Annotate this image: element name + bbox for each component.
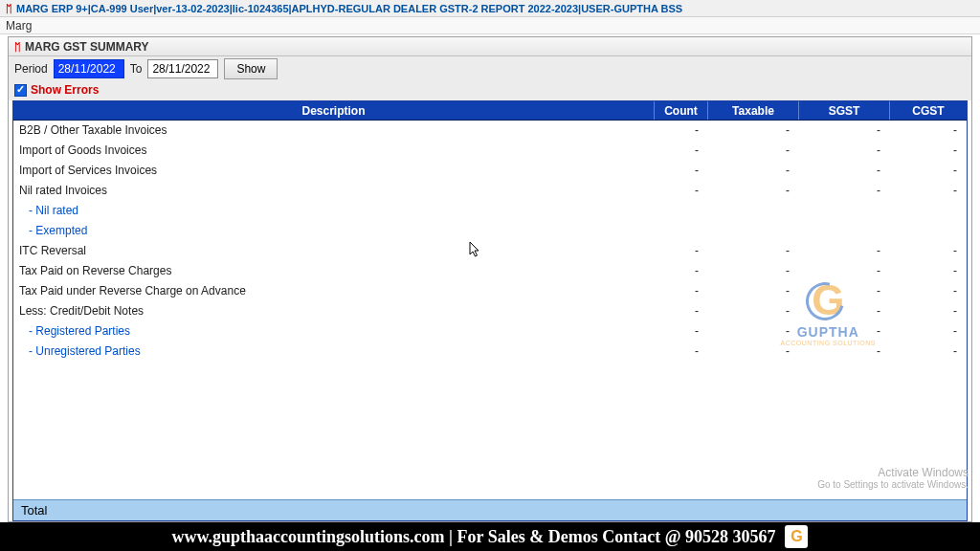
period-label: Period bbox=[14, 62, 48, 76]
menu-bar: Marg bbox=[0, 17, 980, 34]
app-window: ᛖ MARG ERP 9+|CA-999 User|ver-13-02-2023… bbox=[0, 0, 980, 522]
show-errors-checkbox[interactable] bbox=[14, 84, 27, 97]
row-sgst: - bbox=[799, 261, 890, 281]
row-cgst: - bbox=[890, 121, 967, 141]
row-count: - bbox=[655, 241, 708, 261]
sub-logo-icon: ᛖ bbox=[14, 41, 21, 53]
row-cgst: - bbox=[890, 181, 967, 201]
row-taxable: - bbox=[708, 342, 799, 362]
row-description: Tax Paid under Reverse Charge on Advance bbox=[13, 281, 655, 301]
period-to-input[interactable] bbox=[147, 59, 218, 78]
summary-grid: Description Count Taxable SGST CGST B2B … bbox=[12, 100, 968, 521]
show-errors-row: Show Errors bbox=[9, 81, 971, 100]
row-description: Tax Paid on Reverse Charges bbox=[13, 261, 655, 281]
col-header-cgst[interactable]: CGST bbox=[890, 101, 967, 120]
row-description: - Exempted bbox=[13, 221, 655, 241]
table-row[interactable]: Import of Services Invoices---- bbox=[13, 161, 967, 181]
table-row[interactable]: Nil rated Invoices---- bbox=[13, 181, 967, 201]
row-taxable: - bbox=[708, 241, 799, 261]
table-row[interactable]: - Registered Parties---- bbox=[13, 321, 967, 342]
row-cgst: - bbox=[890, 301, 967, 321]
title-bar: ᛖ MARG ERP 9+|CA-999 User|ver-13-02-2023… bbox=[0, 0, 980, 17]
row-taxable bbox=[708, 221, 799, 241]
row-taxable: - bbox=[708, 121, 799, 141]
total-sgst bbox=[799, 508, 890, 514]
row-cgst: - bbox=[890, 281, 967, 301]
row-description: - Registered Parties bbox=[13, 321, 655, 342]
table-row[interactable]: Import of Goods Invoices---- bbox=[13, 141, 967, 161]
row-taxable: - bbox=[708, 301, 799, 321]
total-taxable bbox=[708, 508, 799, 514]
col-header-description[interactable]: Description bbox=[13, 101, 655, 120]
row-description: Nil rated Invoices bbox=[13, 181, 655, 201]
row-count: - bbox=[655, 301, 708, 321]
table-row[interactable]: ITC Reversal---- bbox=[13, 241, 967, 261]
col-header-count[interactable]: Count bbox=[655, 101, 708, 120]
row-count: - bbox=[655, 141, 708, 161]
total-cgst bbox=[890, 508, 967, 514]
period-from-input[interactable] bbox=[54, 59, 124, 78]
row-cgst bbox=[890, 201, 967, 221]
period-controls: Period To Show bbox=[9, 56, 971, 81]
period-to-label: To bbox=[130, 62, 143, 76]
row-cgst: - bbox=[890, 161, 967, 181]
grid-body: B2B / Other Taxable Invoices----Import o… bbox=[13, 121, 967, 499]
row-sgst: - bbox=[799, 241, 890, 261]
row-sgst: - bbox=[799, 301, 890, 321]
row-description: B2B / Other Taxable Invoices bbox=[13, 121, 655, 141]
row-taxable: - bbox=[708, 321, 799, 342]
row-cgst bbox=[890, 221, 967, 241]
sub-title: MARG GST SUMMARY bbox=[25, 40, 149, 54]
table-row[interactable]: - Exempted bbox=[13, 221, 967, 241]
grid-header: Description Count Taxable SGST CGST bbox=[13, 101, 967, 121]
col-header-sgst[interactable]: SGST bbox=[799, 101, 890, 120]
show-errors-label: Show Errors bbox=[31, 83, 99, 97]
row-sgst: - bbox=[799, 141, 890, 161]
app-logo-icon: ᛖ bbox=[6, 3, 12, 14]
table-row[interactable]: Less: Credit/Debit Notes---- bbox=[13, 301, 967, 321]
row-count: - bbox=[655, 121, 708, 141]
row-count: - bbox=[655, 261, 708, 281]
total-row: Total bbox=[13, 499, 967, 520]
row-cgst: - bbox=[890, 321, 967, 342]
row-count bbox=[655, 201, 708, 221]
row-sgst bbox=[799, 221, 890, 241]
row-count: - bbox=[655, 342, 708, 362]
total-label: Total bbox=[13, 500, 655, 520]
row-taxable: - bbox=[708, 281, 799, 301]
row-sgst: - bbox=[799, 181, 890, 201]
row-cgst: - bbox=[890, 342, 967, 362]
row-cgst: - bbox=[890, 141, 967, 161]
table-row[interactable]: Tax Paid on Reverse Charges---- bbox=[13, 261, 967, 281]
row-sgst: - bbox=[799, 281, 890, 301]
row-sgst: - bbox=[799, 121, 890, 141]
row-taxable: - bbox=[708, 261, 799, 281]
row-cgst: - bbox=[890, 241, 967, 261]
row-count: - bbox=[655, 281, 708, 301]
row-description: - Unregistered Parties bbox=[13, 342, 655, 362]
show-button[interactable]: Show bbox=[224, 58, 278, 79]
row-description: - Nil rated bbox=[13, 201, 655, 221]
table-row[interactable]: Tax Paid under Reverse Charge on Advance… bbox=[13, 281, 967, 301]
row-taxable: - bbox=[708, 181, 799, 201]
row-description: Import of Goods Invoices bbox=[13, 141, 655, 161]
sub-title-bar: ᛖ MARG GST SUMMARY bbox=[9, 37, 971, 56]
row-description: ITC Reversal bbox=[13, 241, 655, 261]
row-sgst bbox=[799, 201, 890, 221]
total-count bbox=[655, 508, 708, 514]
table-row[interactable]: B2B / Other Taxable Invoices---- bbox=[13, 121, 967, 141]
row-sgst: - bbox=[799, 321, 890, 342]
gst-summary-window: ᛖ MARG GST SUMMARY Period To Show Show E… bbox=[8, 36, 972, 522]
row-count: - bbox=[655, 161, 708, 181]
table-row[interactable]: - Nil rated bbox=[13, 201, 967, 221]
footer-logo-icon: G bbox=[785, 525, 808, 548]
row-taxable: - bbox=[708, 141, 799, 161]
row-description: Less: Credit/Debit Notes bbox=[13, 301, 655, 321]
row-sgst: - bbox=[799, 342, 890, 362]
row-sgst: - bbox=[799, 161, 890, 181]
col-header-taxable[interactable]: Taxable bbox=[708, 101, 799, 120]
row-description: Import of Services Invoices bbox=[13, 161, 655, 181]
menu-item-marg[interactable]: Marg bbox=[6, 19, 32, 33]
row-taxable: - bbox=[708, 161, 799, 181]
table-row[interactable]: - Unregistered Parties---- bbox=[13, 342, 967, 362]
